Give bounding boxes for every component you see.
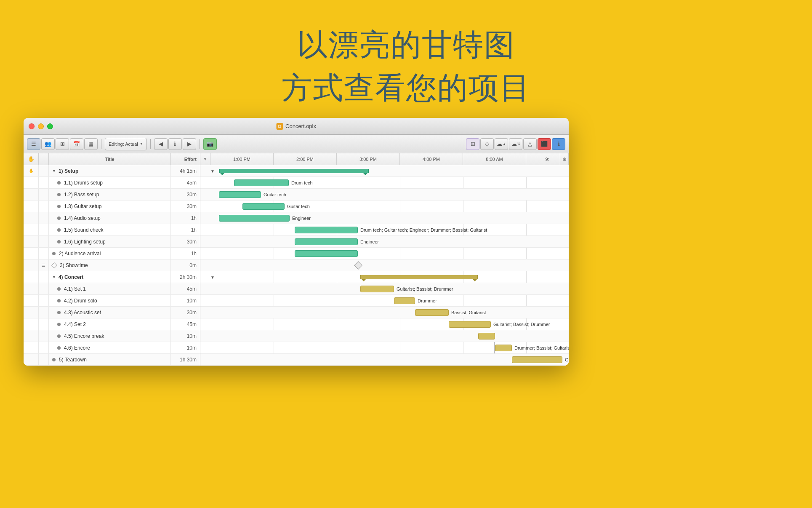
list-view-button[interactable]: ☰ (27, 138, 40, 150)
info-button[interactable]: ℹ (168, 138, 182, 150)
task-row: 1.5) Sound check 1h (24, 224, 200, 236)
fill-view-button[interactable]: ▦ (84, 138, 98, 150)
row-handle (24, 224, 39, 235)
column-headers: ✋ Title Effort (24, 153, 200, 165)
gantt-row-set2: Guitarist; Bassist; Drummer (200, 318, 569, 330)
task-indent: 4.5) Encore break (49, 333, 170, 339)
task-name: 4.3) Acoustic set (62, 310, 170, 315)
task-name: 1.2) Bass setup (62, 192, 170, 198)
cloud-up-icon: ☁ (497, 141, 502, 147)
task-indent: 4.3) Acoustic set (49, 310, 170, 315)
view-buttons-group: ☰ 👥 ⊞ 📅 ▦ (27, 138, 98, 150)
disclosure-triangle[interactable]: ▼ (52, 275, 56, 279)
gantt-row-acoustic: Bassist; Guitarist (200, 307, 569, 318)
effort-col-header: Effort (170, 153, 200, 165)
toolbar-separator-1 (101, 139, 101, 149)
task-name: 4.6) Encore (62, 345, 170, 351)
label-encore: Drummer; Bassist; Guitarist (514, 345, 569, 350)
gantt-row-drums: Drum tech (200, 177, 569, 189)
notes-cell (39, 318, 49, 330)
task-indent: 1.3) Guitar setup (49, 203, 170, 209)
hero-title-line2: 方式查看您的项目 (0, 68, 812, 108)
task-indent: 4.6) Encore (49, 345, 170, 351)
bullet-icon (57, 287, 61, 291)
task-name: 1) Setup (57, 168, 170, 174)
bar-audience (295, 250, 358, 257)
task-indent: 5) Teardown (49, 357, 170, 363)
cloud-sync-icon: ☁ (511, 141, 517, 147)
notes-cell (39, 201, 49, 212)
gantt-row-audio: Engineer (200, 212, 569, 224)
stop-button[interactable]: ⬛ (538, 138, 551, 150)
task-row: 2) Audience arrival 1h (24, 248, 200, 259)
task-indent: 4.2) Drum solo (49, 298, 170, 304)
task-indent: 1.4) Audio setup (49, 215, 170, 221)
cloud-sync-button[interactable]: ☁ ⇅ (509, 138, 522, 150)
window-title: 🗒 Concert.oplx (276, 123, 316, 130)
gantt-row-guitar: Guitar tech (200, 201, 569, 212)
bar-audio-setup (219, 215, 290, 222)
editing-label: Editing: Actual (109, 142, 138, 147)
nav-next-button[interactable]: ▶ (183, 138, 196, 150)
notes-cell (39, 354, 49, 365)
screenshot-button[interactable]: 📷 (203, 138, 217, 150)
gantt-row-lighting: Engineer (200, 236, 569, 248)
table-button[interactable]: ⊞ (466, 138, 479, 150)
task-effort: 10m (170, 330, 200, 342)
editing-dropdown[interactable]: Editing: Actual ▼ (105, 138, 147, 150)
time-col-1pm: 1:00 PM (210, 153, 274, 165)
bullet-icon (57, 299, 61, 302)
disclosure-triangle[interactable]: ▼ (52, 169, 56, 173)
task-row: 1.3) Guitar setup 30m (24, 201, 200, 212)
gantt-row-encore: Drummer; Bassist; Guitarist (200, 342, 569, 354)
label-drum-solo: Drummer (418, 298, 437, 303)
label-bass: Guitar tech (264, 192, 286, 197)
grid-view-button[interactable]: ⊞ (56, 138, 69, 150)
calendar-view-button[interactable]: 📅 (70, 138, 83, 150)
app-window: 🗒 Concert.oplx ☰ 👥 ⊞ 📅 ▦ Editing: Actual… (24, 118, 569, 366)
task-name: 1.4) Audio setup (62, 215, 170, 221)
chevron-down-icon: ▼ (140, 142, 143, 146)
bullet-icon (57, 217, 61, 220)
task-effort: 45m (170, 283, 200, 294)
diamond-button[interactable]: ◇ (480, 138, 494, 150)
sync-arrow-icon: ⇅ (517, 142, 520, 146)
gantt-row-teardown: Guitar tech; Engineer; Drum tech (200, 354, 569, 366)
time-col-3pm: 3:00 PM (337, 153, 400, 165)
label-sound: Drum tech; Guitar tech; Engineer; Drumme… (360, 227, 487, 233)
task-row: 1.1) Drums setup 45m (24, 177, 200, 189)
zoom-button[interactable]: ⊕ (560, 153, 568, 165)
time-label-2pm: 2:00 PM (296, 157, 314, 162)
label-teardown: Guitar tech; Engineer; Drum tech (565, 357, 569, 362)
task-name: 4.5) Encore break (62, 333, 170, 339)
group-bar-right-arrow (363, 173, 368, 175)
row-handle (24, 189, 39, 200)
row-handle (24, 295, 39, 306)
task-list: ✋ Title Effort ✋ ▼ 1) Setup 4h 15m (24, 153, 200, 366)
info-circle-button[interactable]: ℹ (552, 138, 565, 150)
bar-drums-setup (234, 179, 289, 186)
time-label-8am: 8:00 AM (486, 157, 503, 162)
triangle-button[interactable]: △ (523, 138, 537, 150)
group-bar-left-arrow (361, 279, 366, 281)
traffic-lights (29, 123, 53, 129)
task-effort: 10m (170, 295, 200, 306)
task-indent: 1.1) Drums setup (49, 180, 170, 186)
toolbar: ☰ 👥 ⊞ 📅 ▦ Editing: Actual ▼ ◀ ℹ ▶ 📷 ⊞ ◇ … (24, 135, 569, 153)
bar-set1 (360, 286, 394, 292)
up-arrow-icon: ▲ (503, 142, 506, 146)
task-indent: 1.6) Lighting setup (49, 239, 170, 245)
row-handle (24, 330, 39, 342)
minimize-button[interactable] (38, 123, 44, 129)
maximize-button[interactable] (47, 123, 53, 129)
time-col-9: 9: ⊕ (526, 153, 569, 165)
cloud-up-button[interactable]: ☁ ▲ (495, 138, 508, 150)
nav-prev-button[interactable]: ◀ (154, 138, 168, 150)
task-row: 4.2) Drum solo 10m (24, 295, 200, 307)
task-row: 4.6) Encore 10m (24, 342, 200, 354)
notes-col-header (39, 153, 49, 165)
people-view-button[interactable]: 👥 (41, 138, 55, 150)
close-button[interactable] (29, 123, 35, 129)
task-name: 5) Teardown (57, 357, 170, 363)
gantt-row-concert: ▼ (200, 271, 569, 283)
